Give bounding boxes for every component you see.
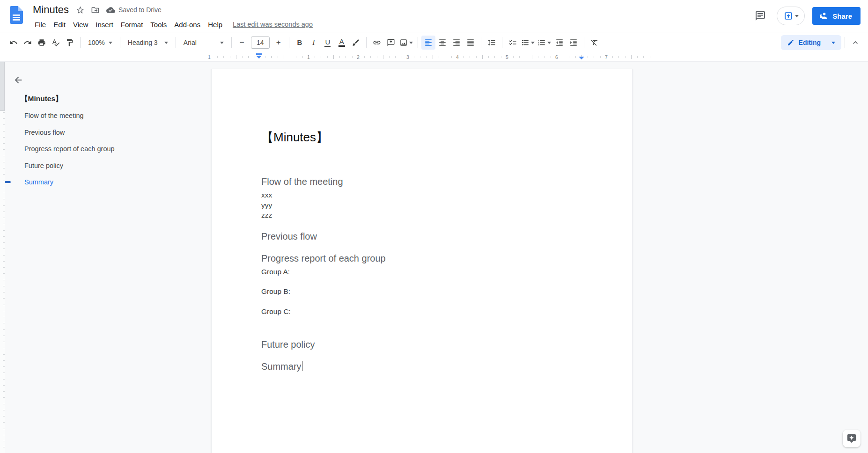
chevron-down-icon: [409, 42, 413, 44]
toolbar-divider: [418, 37, 418, 48]
redo-button[interactable]: [21, 36, 35, 50]
ruler-inch-label: 7: [603, 54, 609, 60]
ruler-vertical[interactable]: [0, 62, 5, 453]
outline-item[interactable]: Progress report of each group: [0, 141, 178, 158]
share-lock-person-icon: [819, 11, 828, 21]
bulleted-list-button[interactable]: [520, 36, 536, 50]
align-right-button[interactable]: [449, 36, 463, 50]
pencil-icon: [787, 39, 794, 46]
paint-format-button[interactable]: [63, 36, 77, 50]
spell-check-button[interactable]: [49, 36, 63, 50]
chevron-down-icon: [831, 42, 835, 44]
toolbar-divider: [584, 37, 584, 48]
menu-file[interactable]: File: [31, 19, 50, 30]
outline-item[interactable]: 【Minutes】: [0, 91, 178, 108]
menu-tools[interactable]: Tools: [147, 19, 170, 30]
zoom-select[interactable]: 100%: [84, 36, 117, 50]
decrease-font-size-button[interactable]: −: [235, 36, 249, 50]
toolbar-divider: [481, 37, 481, 48]
mode-label: Editing: [799, 39, 821, 46]
saved-status[interactable]: Saved to Drive: [118, 6, 162, 14]
toolbar-divider: [80, 37, 81, 48]
last-edit-link[interactable]: Last edit was seconds ago: [233, 21, 313, 28]
italic-button[interactable]: I: [307, 36, 321, 50]
outline-item[interactable]: Flow of the meeting: [0, 108, 178, 124]
cloud-saved-icon: [106, 6, 115, 15]
toolbar: 100% Heading 3 Arial − 14 + B I U A: [0, 32, 868, 52]
menu-edit[interactable]: Edit: [50, 19, 69, 30]
document-outline-panel: 【Minutes】Flow of the meetingPrevious flo…: [0, 62, 178, 190]
ruler-inch-label: 4: [455, 54, 460, 60]
toolbar-divider: [289, 37, 289, 48]
move-to-folder-icon[interactable]: [88, 3, 102, 16]
toolbar-divider: [120, 37, 120, 48]
document-title[interactable]: Minutes: [30, 4, 72, 16]
insert-link-button[interactable]: [370, 36, 384, 50]
doc-body-line: yyy: [261, 200, 582, 211]
ruler-inch-label: 1: [306, 54, 311, 60]
highlight-color-button[interactable]: [349, 36, 363, 50]
outline-item-active[interactable]: Summary: [0, 174, 178, 191]
font-family-select[interactable]: Arial: [179, 36, 228, 50]
title-bar: Minutes Saved to Drive FileEditViewInser…: [0, 0, 868, 32]
doc-body-line: Group C:: [261, 307, 582, 317]
doc-h2-line: Future policy: [261, 339, 582, 351]
menu-view[interactable]: View: [69, 19, 92, 30]
increase-indent-button[interactable]: [566, 36, 581, 50]
text-color-button[interactable]: A: [335, 36, 349, 50]
outline-item[interactable]: Future policy: [0, 157, 178, 174]
chevron-down-icon: [109, 42, 112, 44]
toolbar-divider: [845, 37, 845, 48]
align-justify-button[interactable]: [463, 36, 478, 50]
align-left-button[interactable]: [421, 36, 435, 50]
menu-insert[interactable]: Insert: [92, 19, 117, 30]
menu-help[interactable]: Help: [204, 19, 226, 30]
add-comment-button[interactable]: [384, 36, 398, 50]
chevron-down-icon: [220, 42, 224, 44]
bold-button[interactable]: B: [293, 36, 307, 50]
ruler-inch-label: 6: [554, 54, 559, 60]
ruler-inch-label: 1: [206, 54, 212, 60]
toolbar-divider: [231, 37, 232, 48]
doc-title-line: 【Minutes】: [261, 129, 582, 145]
doc-body-line: zzz: [261, 210, 582, 220]
menu-addons[interactable]: Add-ons: [170, 19, 204, 30]
increase-font-size-button[interactable]: +: [272, 36, 286, 50]
present-button[interactable]: [777, 7, 805, 25]
chevron-down-icon: [531, 42, 535, 44]
share-button[interactable]: Share: [812, 7, 861, 25]
clear-formatting-button[interactable]: [588, 36, 602, 50]
share-label: Share: [832, 12, 852, 20]
undo-button[interactable]: [7, 36, 21, 50]
chevron-down-icon: [164, 42, 168, 44]
text-cursor: [302, 361, 303, 371]
print-button[interactable]: [35, 36, 49, 50]
mode-select-editing[interactable]: Editing: [781, 35, 841, 50]
google-docs-logo-icon[interactable]: [10, 6, 23, 24]
decrease-indent-button[interactable]: [552, 36, 566, 50]
font-size-input[interactable]: 14: [251, 37, 270, 49]
ruler-horizontal[interactable]: 11234567: [206, 52, 651, 62]
paragraph-style-select[interactable]: Heading 3: [124, 36, 172, 50]
numbered-list-button[interactable]: [536, 36, 552, 50]
toolbar-divider: [502, 37, 502, 48]
star-icon[interactable]: [74, 3, 87, 16]
document-page[interactable]: 【Minutes】Flow of the meetingxxxyyyzzzPre…: [211, 69, 633, 453]
close-outline-back-icon[interactable]: [11, 73, 25, 87]
insert-image-button[interactable]: [398, 36, 414, 50]
hide-menus-button[interactable]: [848, 36, 862, 50]
outline-item[interactable]: Previous flow: [0, 124, 178, 141]
left-indent-marker[interactable]: [256, 53, 262, 58]
checklist-button[interactable]: [506, 36, 520, 50]
line-spacing-button[interactable]: [485, 36, 499, 50]
right-indent-marker[interactable]: [579, 57, 584, 59]
toolbar-divider: [366, 37, 367, 48]
comment-history-icon[interactable]: [751, 7, 769, 25]
menu-format[interactable]: Format: [117, 19, 147, 30]
explore-button[interactable]: [843, 430, 861, 447]
doc-h2-line: Flow of the meeting: [261, 176, 582, 188]
ruler-top-margin-block: [0, 62, 5, 111]
align-center-button[interactable]: [435, 36, 449, 50]
underline-button[interactable]: U: [321, 36, 335, 50]
toolbar-divider: [176, 37, 176, 48]
